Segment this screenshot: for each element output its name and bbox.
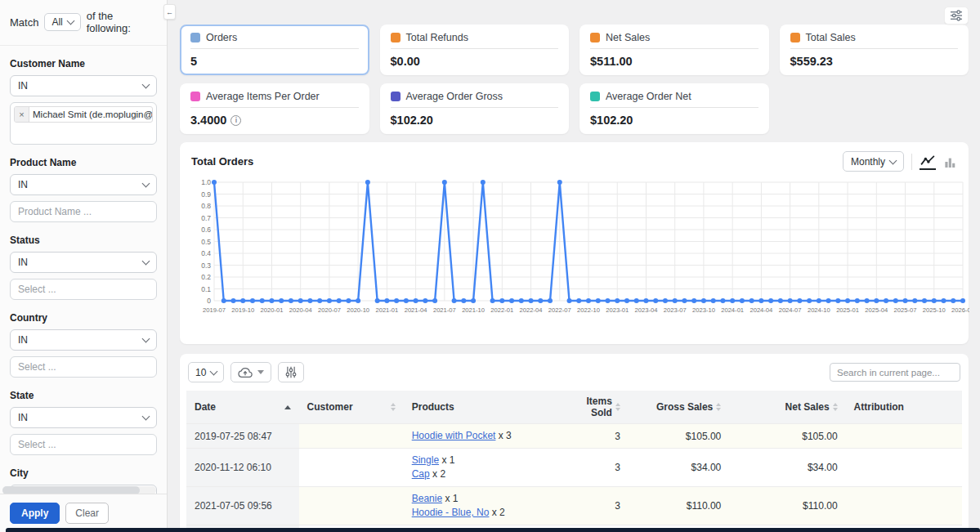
metric-card-average-order-net[interactable]: Average Order Net$102.20 bbox=[579, 83, 769, 134]
product-link[interactable]: Single bbox=[412, 454, 439, 466]
cell-gross-sales: $34.00 bbox=[629, 449, 729, 487]
cell-customer bbox=[299, 487, 404, 525]
filter-value-input-2[interactable]: Select ... bbox=[10, 279, 157, 300]
chart-marker bbox=[452, 298, 457, 303]
orders-table-card: 10 DateCusto bbox=[180, 354, 969, 532]
filter-operator-select-0[interactable]: IN bbox=[10, 75, 157, 96]
chart-marker bbox=[884, 298, 888, 303]
svg-text:0.6: 0.6 bbox=[201, 226, 211, 234]
svg-text:2020-01: 2020-01 bbox=[261, 306, 284, 314]
column-header-items-sold[interactable]: Items Sold bbox=[566, 391, 629, 424]
column-header-gross-sales[interactable]: Gross Sales bbox=[629, 391, 729, 424]
match-select[interactable]: All bbox=[44, 13, 80, 31]
chart-marker bbox=[499, 298, 504, 303]
product-link[interactable]: Cap bbox=[412, 468, 430, 480]
sort-icon[interactable] bbox=[716, 403, 721, 411]
column-header-products[interactable]: Products bbox=[404, 391, 566, 424]
sort-icon[interactable] bbox=[833, 403, 838, 411]
column-header-inner: Customer bbox=[307, 401, 396, 413]
cell-net-sales: $110.00 bbox=[729, 487, 845, 525]
chart-marker bbox=[260, 298, 265, 303]
chart-marker bbox=[865, 298, 870, 303]
svg-text:2019-07: 2019-07 bbox=[203, 306, 226, 314]
chart-marker bbox=[481, 180, 486, 185]
metric-value: $511.00 bbox=[590, 55, 758, 68]
clear-button[interactable]: Clear bbox=[65, 503, 109, 524]
filter-sidebar: Match All of the following: Customer Nam… bbox=[0, 0, 168, 532]
metric-card-average-order-gross[interactable]: Average Order Gross$102.20 bbox=[380, 83, 570, 134]
column-header-inner: Attribution bbox=[854, 401, 954, 413]
chart-marker bbox=[720, 298, 725, 303]
orders-table: DateCustomerProductsItems SoldGross Sale… bbox=[186, 391, 962, 532]
svg-text:0.4: 0.4 bbox=[201, 249, 211, 257]
sort-up-arrow bbox=[716, 403, 721, 406]
filter-operator-value: IN bbox=[18, 179, 28, 190]
metric-title-row: Total Sales bbox=[790, 32, 959, 49]
chart-marker bbox=[682, 298, 687, 303]
product-link[interactable]: Beanie bbox=[412, 493, 442, 504]
metric-card-average-items-per-order[interactable]: Average Items Per Order3.4000i bbox=[180, 83, 369, 134]
filter-value-input-4[interactable]: Select ... bbox=[10, 434, 157, 455]
chart-marker bbox=[269, 298, 274, 303]
sort-icon[interactable] bbox=[615, 403, 620, 411]
column-header-customer[interactable]: Customer bbox=[299, 391, 404, 424]
chart-marker bbox=[576, 298, 581, 303]
column-header-net-sales[interactable]: Net Sales bbox=[729, 391, 845, 424]
chart-marker bbox=[442, 180, 447, 185]
bar-chart-toggle-button[interactable] bbox=[943, 154, 957, 169]
product-link[interactable]: Hoodie - Blue, No bbox=[412, 507, 490, 518]
table-columns-settings-button[interactable] bbox=[278, 362, 304, 382]
line-chart-toggle-button[interactable] bbox=[920, 154, 936, 170]
svg-text:0.3: 0.3 bbox=[201, 262, 211, 270]
export-button[interactable] bbox=[230, 362, 271, 382]
filter-value-input-1[interactable]: Product Name ... bbox=[10, 201, 157, 222]
chart-marker bbox=[740, 298, 745, 303]
chart-marker bbox=[960, 298, 965, 303]
metric-card-net-sales[interactable]: Net Sales$511.00 bbox=[579, 25, 769, 75]
metric-value-text: $559.23 bbox=[790, 55, 833, 68]
chart-marker bbox=[615, 298, 620, 303]
orders-line-chart[interactable]: 1.00.90.80.70.60.50.40.30.20.102019-0720… bbox=[191, 177, 957, 325]
filter-operator-select-4[interactable]: IN bbox=[10, 407, 157, 428]
chart-period-select[interactable]: Monthly bbox=[843, 151, 904, 172]
metric-value: 3.4000i bbox=[190, 114, 359, 127]
dashboard-settings-button[interactable] bbox=[944, 7, 969, 25]
filter-operator-select-1[interactable]: IN bbox=[10, 174, 157, 195]
remove-tag-button[interactable]: × bbox=[15, 107, 29, 122]
product-line: Single x 1 bbox=[412, 454, 558, 467]
chart-marker bbox=[384, 298, 389, 303]
sort-ascending-icon[interactable] bbox=[284, 405, 291, 409]
filter-value-input-3[interactable]: Select ... bbox=[10, 356, 157, 378]
chart-marker bbox=[788, 298, 793, 303]
chart-marker bbox=[893, 298, 898, 303]
sort-icon[interactable] bbox=[391, 403, 396, 411]
product-line: Hoodie with Pocket x 3 bbox=[412, 429, 558, 443]
page-size-select[interactable]: 10 bbox=[188, 362, 224, 382]
sort-up-arrow bbox=[833, 403, 838, 406]
column-header-attribution[interactable]: Attribution bbox=[846, 391, 962, 424]
sidebar-collapse-button[interactable]: ← bbox=[163, 4, 176, 20]
chart-marker bbox=[912, 298, 917, 303]
table-search-input[interactable] bbox=[830, 363, 960, 382]
chart-period-value: Monthly bbox=[851, 156, 885, 168]
cell-attribution bbox=[846, 424, 962, 449]
metric-card-orders[interactable]: Orders5 bbox=[180, 25, 369, 75]
svg-text:0.5: 0.5 bbox=[201, 238, 211, 246]
metric-color-swatch bbox=[790, 33, 800, 42]
table-row: 2021-07-05 09:56Beanie x 1Hoodie - Blue,… bbox=[186, 487, 962, 525]
metric-card-total-refunds[interactable]: Total Refunds$0.00 bbox=[380, 25, 570, 75]
apply-button[interactable]: Apply bbox=[10, 503, 60, 524]
filter-operator-select-3[interactable]: IN bbox=[10, 329, 157, 351]
bar-chart-icon bbox=[944, 156, 956, 168]
filter-operator-value: IN bbox=[18, 257, 28, 268]
metric-label: Net Sales bbox=[606, 32, 650, 43]
filter-operator-select-2[interactable]: IN bbox=[10, 252, 157, 273]
info-icon[interactable]: i bbox=[230, 115, 241, 126]
cell-gross-sales: $105.00 bbox=[629, 424, 729, 449]
filter-tags-box-0[interactable]: ×Michael Smit (de.moplugin@ithemelar bbox=[10, 102, 157, 145]
product-link[interactable]: Hoodie with Pocket bbox=[412, 430, 496, 441]
metric-title-row: Orders bbox=[190, 32, 359, 49]
metric-card-total-sales[interactable]: Total Sales$559.23 bbox=[780, 25, 969, 75]
column-header-date[interactable]: Date bbox=[186, 391, 299, 424]
chart-marker bbox=[423, 298, 427, 303]
